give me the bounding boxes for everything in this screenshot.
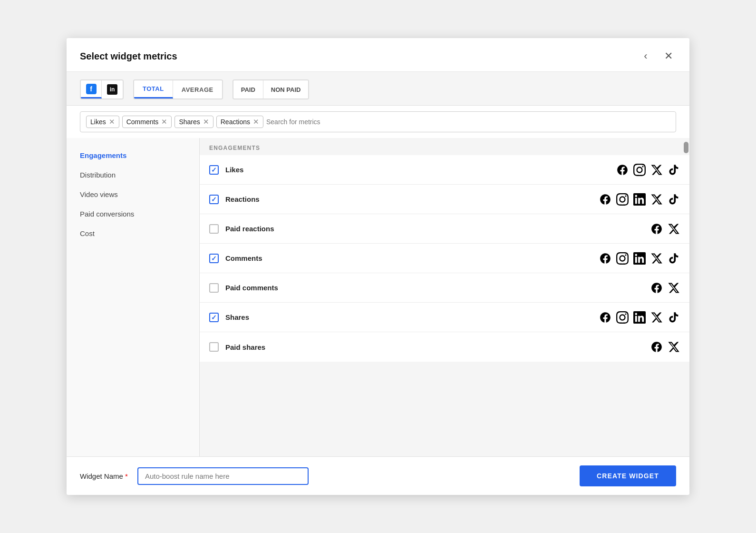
instagram-icon-shares — [616, 311, 629, 324]
tag-label: Likes — [90, 118, 106, 126]
x-icon-likes — [650, 164, 663, 176]
tag-likes: Likes ✕ — [86, 116, 119, 128]
metric-label-paid-comments: Paid comments — [225, 284, 644, 292]
platform-icons-reactions — [599, 193, 680, 206]
search-bar: Likes ✕ Comments ✕ Shares ✕ Reactions ✕ — [80, 111, 676, 132]
tag-close-reactions[interactable]: ✕ — [253, 118, 259, 126]
checkbox-comments[interactable]: ✓ — [209, 254, 219, 263]
metric-label-paid-shares: Paid shares — [225, 343, 644, 351]
header-actions: ‹ ✕ — [638, 49, 676, 64]
metric-label-paid-reactions: Paid reactions — [225, 225, 644, 233]
sidebar-item-video-views[interactable]: Video views — [67, 185, 199, 204]
facebook-icon: f — [86, 84, 97, 94]
linkedin-icon-reactions — [633, 193, 646, 206]
tag-label: Shares — [179, 118, 200, 126]
toolbar: f in TOTAL AVERAGE PAID NON PAID — [67, 72, 689, 106]
platform-icons-paid-reactions — [650, 223, 680, 235]
widget-name-group: Widget Name * — [80, 467, 309, 485]
platform-icons-paid-comments — [650, 282, 680, 294]
linkedin-icon-shares — [633, 311, 646, 324]
checkbox-reactions[interactable]: ✓ — [209, 195, 219, 204]
modal: Select widget metrics ‹ ✕ f in TOTAL AVE… — [67, 38, 689, 495]
facebook-icon-paid-shares — [650, 341, 663, 353]
checkmark-shares: ✓ — [211, 314, 217, 321]
metrics-search-input[interactable] — [266, 118, 670, 126]
close-button[interactable]: ✕ — [661, 49, 676, 64]
tab-total[interactable]: TOTAL — [134, 80, 173, 99]
tag-close-likes[interactable]: ✕ — [109, 118, 115, 126]
facebook-icon-reactions — [599, 193, 611, 206]
tag-comments: Comments ✕ — [122, 116, 172, 128]
scrollbar-thumb[interactable] — [684, 142, 688, 153]
platform-icons-comments — [599, 252, 680, 265]
required-star: * — [125, 472, 128, 480]
tag-reactions: Reactions ✕ — [216, 116, 263, 128]
linkedin-icon-comments — [633, 252, 646, 265]
sidebar: Engagements Distribution Video views Pai… — [67, 138, 200, 456]
metric-row-paid-shares: Paid shares — [200, 332, 689, 362]
tiktok-icon-comments — [668, 252, 680, 265]
metric-label-likes: Likes — [225, 166, 610, 174]
metrics-panel: ENGAGEMENTS ✓ Likes — [200, 138, 689, 456]
tiktok-icon-reactions — [668, 193, 680, 206]
linkedin-icon: in — [107, 84, 117, 95]
checkbox-paid-shares[interactable] — [209, 342, 219, 352]
facebook-icon-paid-comments — [650, 282, 663, 294]
footer: Widget Name * CREATE WIDGET — [67, 456, 689, 495]
checkmark-comments: ✓ — [211, 255, 217, 262]
metric-row-paid-reactions: Paid reactions — [200, 214, 689, 244]
facebook-icon-comments — [599, 252, 611, 265]
tiktok-icon-shares — [668, 311, 680, 324]
facebook-icon-paid-reactions — [650, 223, 663, 235]
facebook-icon-likes — [616, 164, 629, 176]
platform-icons-likes — [616, 164, 680, 176]
instagram-icon-comments — [616, 252, 629, 265]
checkbox-shares[interactable]: ✓ — [209, 313, 219, 322]
sidebar-item-paid-conversions[interactable]: Paid conversions — [67, 204, 199, 224]
modal-title: Select widget metrics — [80, 51, 177, 62]
tab-paid[interactable]: PAID — [233, 80, 263, 99]
tab-nonpaid[interactable]: NON PAID — [263, 80, 309, 99]
sidebar-item-cost[interactable]: Cost — [67, 224, 199, 243]
widget-name-label: Widget Name * — [80, 472, 128, 480]
instagram-icon-reactions — [616, 193, 629, 206]
checkbox-paid-reactions[interactable] — [209, 224, 219, 234]
facebook-icon-shares — [599, 311, 611, 324]
sidebar-item-distribution[interactable]: Distribution — [67, 165, 199, 185]
x-icon-reactions — [650, 193, 663, 206]
metric-row-comments: ✓ Comments — [200, 244, 689, 273]
tag-close-shares[interactable]: ✕ — [203, 118, 209, 126]
x-icon-shares — [650, 311, 663, 324]
tag-label: Reactions — [221, 118, 250, 126]
metric-row-likes: ✓ Likes — [200, 155, 689, 185]
checkbox-likes[interactable]: ✓ — [209, 165, 219, 175]
metric-label-comments: Comments — [225, 254, 592, 262]
platform-tabs: f in — [80, 79, 124, 99]
x-icon-paid-comments — [668, 282, 680, 294]
metric-row-paid-comments: Paid comments — [200, 273, 689, 303]
checkmark-reactions: ✓ — [211, 196, 217, 203]
x-icon-comments — [650, 252, 663, 265]
tiktok-icon-likes — [668, 164, 680, 176]
metric-row-reactions: ✓ Reactions — [200, 185, 689, 214]
metric-label-reactions: Reactions — [225, 195, 592, 203]
body: Engagements Distribution Video views Pai… — [67, 138, 689, 456]
sidebar-item-engagements[interactable]: Engagements — [67, 146, 199, 165]
checkmark-likes: ✓ — [211, 166, 217, 174]
metric-row-shares: ✓ Shares — [200, 303, 689, 332]
x-icon-paid-reactions — [668, 223, 680, 235]
create-widget-button[interactable]: CREATE WIDGET — [580, 465, 676, 486]
tab-average[interactable]: AVERAGE — [173, 80, 222, 99]
platform-tab-linkedin[interactable]: in — [102, 80, 123, 99]
modal-header: Select widget metrics ‹ ✕ — [67, 38, 689, 72]
section-header-engagements: ENGAGEMENTS — [200, 138, 689, 155]
paid-tabs: PAID NON PAID — [233, 79, 310, 99]
tag-close-comments[interactable]: ✕ — [161, 118, 167, 126]
back-button[interactable]: ‹ — [638, 49, 653, 64]
metric-label-shares: Shares — [225, 313, 592, 321]
x-icon-paid-shares — [668, 341, 680, 353]
platform-tab-facebook[interactable]: f — [81, 80, 102, 99]
tag-label: Comments — [126, 118, 159, 126]
checkbox-paid-comments[interactable] — [209, 283, 219, 293]
widget-name-input[interactable] — [137, 467, 309, 485]
